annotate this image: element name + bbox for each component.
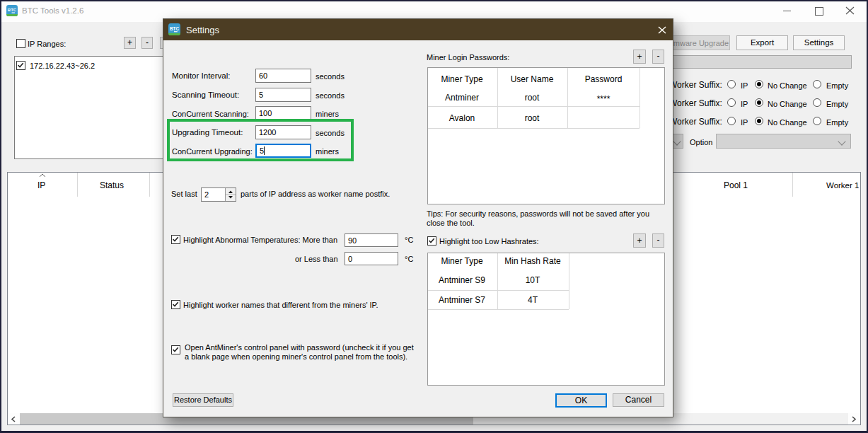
svg-text:BTC: BTC: [8, 8, 17, 12]
svg-text:BTC: BTC: [170, 26, 179, 31]
